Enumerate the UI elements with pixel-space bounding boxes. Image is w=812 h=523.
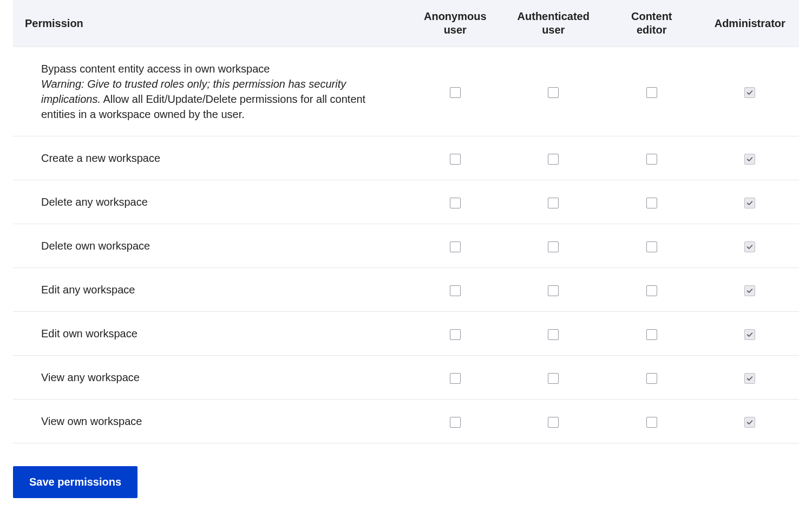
permission-cell: View own workspace: [13, 400, 406, 443]
permission-title: View any workspace: [41, 371, 140, 383]
table-row: View own workspace: [13, 400, 799, 443]
checkbox-cell: [603, 180, 701, 224]
checkbox-cell: [603, 268, 701, 312]
header-role-administrator: Administrator: [701, 0, 800, 47]
header-role-authenticated: Authenticateduser: [505, 0, 603, 47]
checkbox-cell: [701, 356, 800, 400]
permission-checkbox-anonymous[interactable]: [450, 154, 461, 165]
permission-checkbox-anonymous[interactable]: [450, 329, 461, 340]
checkbox-cell: [603, 356, 701, 400]
table-row: Bypass content entity access in own work…: [13, 47, 799, 136]
checkbox-cell: [406, 356, 505, 400]
permission-checkbox-anonymous[interactable]: [450, 417, 461, 428]
permission-checkbox-authenticated[interactable]: [548, 373, 559, 384]
header-permission: Permission: [13, 0, 406, 47]
permission-title: View own workspace: [41, 415, 142, 427]
checkbox-cell: [603, 224, 701, 268]
permission-checkbox-administrator: [744, 154, 755, 165]
permission-cell: Delete own workspace: [13, 224, 406, 268]
checkbox-cell: [603, 47, 701, 136]
permission-checkbox-administrator: [744, 241, 755, 252]
permission-checkbox-anonymous[interactable]: [450, 285, 461, 296]
permission-cell: Edit any workspace: [13, 268, 406, 312]
checkbox-cell: [603, 400, 701, 443]
checkbox-cell: [505, 356, 603, 400]
permission-title: Edit any workspace: [41, 284, 135, 296]
table-row: Edit any workspace: [13, 268, 799, 312]
table-row: Edit own workspace: [13, 312, 799, 356]
permission-checkbox-authenticated[interactable]: [548, 87, 559, 98]
permission-title: Create a new workspace: [41, 152, 160, 164]
checkbox-cell: [505, 47, 603, 136]
permission-cell: View any workspace: [13, 356, 406, 400]
permission-checkbox-anonymous[interactable]: [450, 87, 461, 98]
permission-checkbox-anonymous[interactable]: [450, 198, 461, 208]
checkbox-cell: [701, 47, 800, 136]
permission-checkbox-content_editor[interactable]: [646, 329, 657, 340]
checkbox-cell: [406, 400, 505, 443]
checkbox-cell: [701, 136, 800, 180]
permission-cell: Bypass content entity access in own work…: [13, 47, 406, 136]
checkbox-cell: [505, 136, 603, 180]
permission-title: Edit own workspace: [41, 328, 137, 339]
checkbox-cell: [505, 224, 603, 268]
checkbox-cell: [603, 136, 701, 180]
table-row: Delete own workspace: [13, 224, 799, 268]
header-role-anonymous: Anonymoususer: [406, 0, 505, 47]
checkbox-cell: [406, 47, 505, 136]
checkbox-cell: [701, 268, 800, 312]
table-row: Delete any workspace: [13, 180, 799, 224]
checkbox-cell: [505, 268, 603, 312]
permission-checkbox-content_editor[interactable]: [646, 373, 657, 384]
header-role-content-editor: Contenteditor: [603, 0, 701, 47]
table-row: View any workspace: [13, 356, 799, 400]
checkbox-cell: [505, 180, 603, 224]
checkbox-cell: [701, 180, 800, 224]
checkbox-cell: [701, 400, 800, 443]
permission-checkbox-content_editor[interactable]: [646, 285, 657, 296]
permission-checkbox-administrator: [744, 285, 755, 296]
permission-checkbox-administrator: [744, 329, 755, 340]
permissions-table: Permission Anonymoususer Authenticatedus…: [13, 0, 799, 443]
permission-checkbox-content_editor[interactable]: [646, 417, 657, 428]
permission-checkbox-administrator: [744, 417, 755, 428]
permission-checkbox-authenticated[interactable]: [548, 329, 559, 340]
permission-checkbox-authenticated[interactable]: [548, 198, 559, 208]
permission-checkbox-authenticated[interactable]: [548, 241, 559, 252]
permission-checkbox-administrator: [744, 373, 755, 384]
permission-title: Delete own workspace: [41, 240, 150, 252]
permission-cell: Create a new workspace: [13, 136, 406, 180]
permission-checkbox-content_editor[interactable]: [646, 198, 657, 208]
table-row: Create a new workspace: [13, 136, 799, 180]
checkbox-cell: [406, 180, 505, 224]
permission-title: Delete any workspace: [41, 196, 148, 208]
permission-checkbox-authenticated[interactable]: [548, 154, 559, 165]
checkbox-cell: [406, 268, 505, 312]
permission-checkbox-administrator: [744, 198, 755, 208]
checkbox-cell: [505, 400, 603, 443]
permission-checkbox-authenticated[interactable]: [548, 417, 559, 428]
table-head: Permission Anonymoususer Authenticatedus…: [13, 0, 799, 47]
checkbox-cell: [603, 312, 701, 356]
permission-checkbox-content_editor[interactable]: [646, 241, 657, 252]
save-permissions-button[interactable]: Save permissions: [13, 466, 137, 498]
permission-checkbox-administrator: [744, 87, 755, 98]
checkbox-cell: [406, 136, 505, 180]
permission-cell: Edit own workspace: [13, 312, 406, 356]
checkbox-cell: [505, 312, 603, 356]
permission-checkbox-anonymous[interactable]: [450, 373, 461, 384]
permission-checkbox-authenticated[interactable]: [548, 285, 559, 296]
permission-cell: Delete any workspace: [13, 180, 406, 224]
permission-checkbox-content_editor[interactable]: [646, 154, 657, 165]
checkbox-cell: [701, 224, 800, 268]
checkbox-cell: [406, 224, 505, 268]
permission-title: Bypass content entity access in own work…: [41, 63, 270, 75]
checkbox-cell: [701, 312, 800, 356]
permission-checkbox-anonymous[interactable]: [450, 241, 461, 252]
permission-checkbox-content_editor[interactable]: [646, 87, 657, 98]
checkbox-cell: [406, 312, 505, 356]
